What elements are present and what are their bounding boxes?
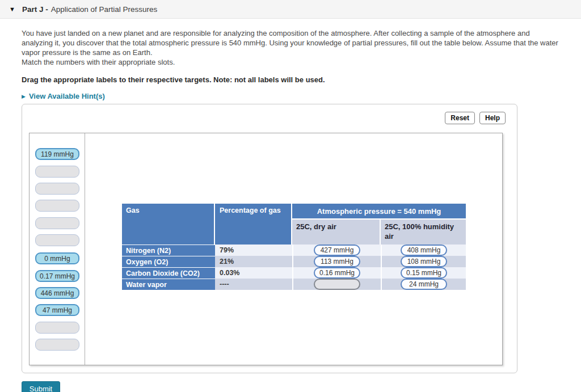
target-oxygen-humid[interactable]: 108 mmHg [401,256,447,267]
collapse-triangle-icon[interactable]: ▼ [9,6,15,12]
gas-name-carbon-dioxide: Carbon Dioxide (CO2) [122,267,215,279]
bin-label-6 [35,234,79,246]
help-button[interactable]: Help [479,112,506,124]
gas-name-oxygen: Oxygen (O2) [122,256,215,267]
pressure-table: Gas Percentage of gas Atmospheric pressu… [122,204,466,290]
target-nitrogen-humid[interactable]: 408 mmHg [401,245,447,256]
table-header-percentage: Percentage of gas [215,204,292,245]
percentage-water-vapor: ---- [215,279,292,290]
bin-label-8[interactable]: 0.17 mmHg [35,270,79,282]
bin-label-3 [35,183,79,195]
view-hints-link[interactable]: View Available Hint(s) [29,92,105,100]
submit-button[interactable]: Submit [22,381,60,392]
target-water-vapor-dry[interactable] [314,279,360,290]
drag-drop-workarea: 119 mmHg 0 mmHg 0.17 mmHg 446 mmHg 47 mm… [29,133,503,365]
bin-label-1[interactable]: 119 mmHg [35,148,79,160]
bin-label-2 [35,166,79,178]
bin-label-12 [35,339,79,351]
part-title: Application of Partial Pressures [51,5,158,14]
drag-drop-panel: Reset Help 119 mmHg 0 mmHg 0.17 mmHg 446… [22,104,517,373]
part-header: ▼ Part J - Application of Partial Pressu… [0,0,581,19]
bin-label-5 [35,217,79,229]
gas-name-nitrogen: Nitrogen (N2) [122,245,215,256]
problem-statement: You have just landed on a new planet and… [22,28,561,57]
table-subheader-humidity-air: 25C, 100% humidity air [381,220,466,245]
drag-instruction: Drag the appropriate labels to their res… [22,75,561,84]
target-oxygen-dry[interactable]: 113 mmHg [314,256,360,267]
target-co2-humid[interactable]: 0.15 mmHg [401,267,447,279]
percentage-carbon-dioxide: 0.03% [215,267,292,279]
hint-expand-icon[interactable]: ▶ [22,94,26,99]
target-water-vapor-humid[interactable]: 24 mmHg [401,279,447,290]
table-header-pressure: Atmospheric pressure = 540 mmHg [292,204,466,220]
intro-section: You have just landed on a new planet and… [22,28,561,100]
target-co2-dry[interactable]: 0.16 mmHg [314,267,360,279]
percentage-oxygen: 21% [215,256,292,267]
gas-name-water-vapor: Water vapor [122,279,215,290]
part-label: Part J - [22,5,48,14]
reset-button[interactable]: Reset [445,112,475,124]
match-instruction: Match the numbers with their appropriate… [22,57,561,67]
label-bin: 119 mmHg 0 mmHg 0.17 mmHg 446 mmHg 47 mm… [30,133,85,365]
table-subheader-dry-air: 25C, dry air [292,220,381,245]
bin-label-10[interactable]: 47 mmHg [35,304,79,316]
table-header-gas: Gas [122,204,215,245]
bin-label-11 [35,322,79,334]
bin-label-9[interactable]: 446 mmHg [35,287,79,299]
target-nitrogen-dry[interactable]: 427 mmHg [314,245,360,256]
bin-label-4 [35,200,79,212]
percentage-nitrogen: 79% [215,245,292,256]
bin-label-7[interactable]: 0 mmHg [35,252,79,264]
